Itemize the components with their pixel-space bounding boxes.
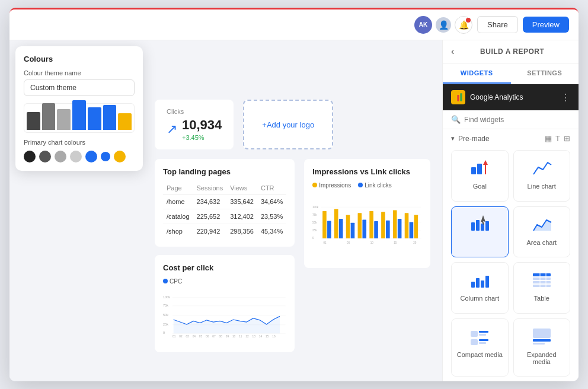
col-views: Views [226, 182, 257, 194]
swatch-4[interactable] [70, 151, 82, 162]
svg-rect-43 [405, 213, 409, 238]
swatch-1[interactable] [24, 151, 36, 162]
notification-dot [466, 18, 471, 23]
svg-text:03: 03 [186, 335, 189, 338]
premade-text-icon[interactable]: T [555, 134, 560, 143]
svg-rect-59 [457, 95, 459, 101]
svg-rect-44 [414, 215, 418, 239]
avatar-group: AK 🔔 [414, 16, 472, 34]
widget-item-column-chart[interactable]: Column chart [451, 262, 509, 314]
svg-rect-58 [454, 97, 456, 101]
svg-rect-71 [476, 278, 480, 288]
preview-bar-7 [118, 113, 132, 130]
sidebar-header-title: BUILD A REPORT [480, 47, 544, 56]
google-analytics-row: Google Analytics ⋮ [443, 84, 579, 110]
svg-rect-84 [479, 339, 488, 341]
svg-text:75k: 75k [163, 304, 168, 307]
colour-theme-name-input[interactable] [24, 79, 135, 96]
svg-rect-47 [351, 223, 355, 238]
left-column: Top landing pages Page Sessions Views CT… [155, 159, 295, 361]
tab-widgets[interactable]: WIDGETS [443, 63, 511, 84]
row1-sessions: 234,632 [193, 194, 227, 209]
svg-rect-82 [479, 334, 486, 336]
widget-item-compact-media[interactable]: Compact media [451, 318, 509, 377]
svg-rect-45 [327, 221, 331, 238]
clicks-label: Clicks [167, 108, 222, 115]
swatch-7[interactable] [114, 151, 126, 162]
swatch-3[interactable] [55, 151, 66, 162]
svg-rect-51 [398, 219, 402, 238]
landing-pages-title: Top landing pages [163, 167, 286, 176]
svg-text:04: 04 [193, 335, 196, 338]
row3-views: 298,356 [226, 224, 257, 239]
swatch-6[interactable] [101, 152, 110, 161]
ga-more-button[interactable]: ⋮ [561, 92, 570, 103]
svg-rect-49 [375, 221, 379, 238]
svg-text:11: 11 [239, 335, 242, 338]
row2-page: /catalog [163, 209, 193, 224]
colours-popup-title: Colours [24, 55, 135, 63]
premade-chevron-icon[interactable]: ▾ [451, 135, 455, 142]
column-chart-label: Column chart [461, 295, 499, 302]
swatch-2[interactable] [39, 151, 51, 162]
landing-pages-table: Page Sessions Views CTR /home [163, 182, 286, 238]
column-chart-icon [469, 270, 490, 291]
svg-text:50k: 50k [163, 313, 168, 317]
premade-bar-icon[interactable]: ▦ [545, 134, 552, 143]
expanded-media-icon [531, 326, 552, 347]
svg-rect-73 [485, 276, 489, 288]
svg-rect-62 [477, 164, 482, 174]
premade-grid-icon[interactable]: ⊞ [564, 134, 570, 143]
ga-icon [451, 90, 465, 104]
preview-bar-3 [57, 109, 71, 130]
svg-text:25k: 25k [163, 323, 168, 326]
search-bar: 🔍 [443, 110, 579, 129]
svg-rect-48 [363, 219, 367, 238]
row1-views: 335,642 [226, 194, 257, 209]
line-chart-icon [531, 158, 552, 179]
sidebar-back-button[interactable]: ‹ [451, 46, 454, 57]
widget-item-mixed[interactable] [451, 206, 509, 258]
svg-text:06: 06 [206, 335, 209, 338]
widget-item-table[interactable]: Table [513, 262, 571, 314]
widget-item-area-chart[interactable]: Area chart [513, 206, 571, 258]
cpc-legend-dot [163, 279, 168, 283]
row3-ctr: 45,34% [257, 224, 286, 239]
svg-text:15: 15 [394, 241, 397, 244]
clicks-change: +3.45% [182, 134, 222, 141]
goal-label: Goal [473, 183, 487, 190]
widget-item-expanded-media[interactable]: Expanded media [513, 318, 571, 377]
widget-item-goal[interactable]: Goal [451, 150, 509, 202]
premade-header: ▾ Pre-made ▦ T ⊞ [443, 129, 579, 145]
svg-rect-60 [460, 93, 462, 101]
svg-text:10: 10 [370, 241, 374, 244]
svg-rect-46 [339, 219, 343, 238]
svg-rect-50 [386, 221, 390, 238]
svg-rect-75 [533, 278, 551, 280]
impressions-label: Impressions [319, 182, 351, 189]
svg-rect-72 [481, 280, 484, 288]
row2-ctr: 23,53% [257, 209, 286, 224]
impressions-title: Impressions vs Link clicks [312, 167, 422, 176]
svg-text:16: 16 [272, 335, 276, 338]
widget-item-line-chart[interactable]: Line chart [513, 150, 571, 202]
area-chart-label: Area chart [526, 239, 557, 246]
preview-button[interactable]: Preview [523, 17, 569, 33]
find-widgets-input[interactable] [464, 116, 570, 124]
stats-row: Clicks ↗ 10,934 +3.45% +Add your logo [155, 100, 430, 149]
share-button[interactable]: Share [477, 16, 518, 33]
col-sessions: Sessions [193, 182, 227, 194]
tab-settings[interactable]: SETTINGS [511, 63, 579, 84]
impressions-chart: 100k 75k 50k 25k 0 [312, 192, 422, 257]
preview-bar-5 [88, 107, 101, 130]
notification-button[interactable]: 🔔 [455, 16, 472, 34]
svg-rect-70 [471, 282, 475, 288]
logo-placeholder[interactable]: +Add your logo [243, 100, 333, 149]
svg-text:14: 14 [259, 335, 263, 338]
svg-rect-65 [471, 222, 475, 231]
svg-rect-40 [370, 211, 374, 238]
svg-text:05: 05 [199, 335, 203, 338]
col-ctr: CTR [257, 182, 286, 194]
cpc-legend-label: CPC [170, 278, 182, 285]
swatch-5[interactable] [85, 151, 97, 162]
